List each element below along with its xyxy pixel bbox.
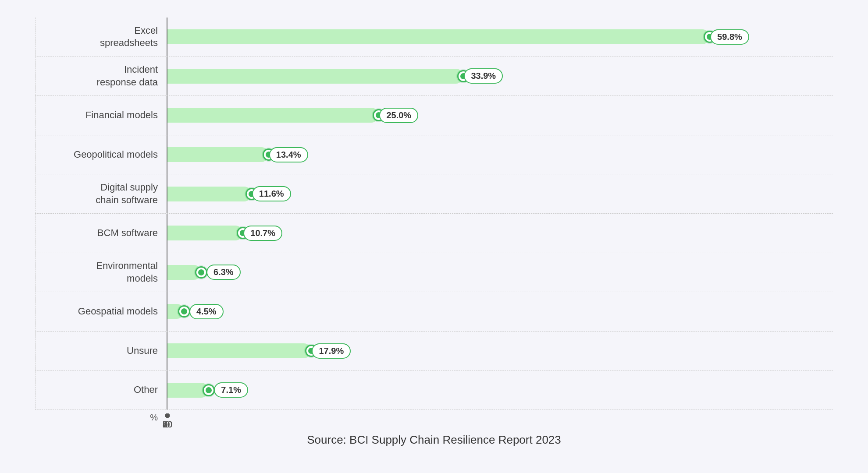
bar-fill: 33.9%: [167, 69, 463, 84]
bar-track: 4.5%: [167, 292, 833, 331]
bar-track: 6.3%: [167, 253, 833, 292]
bar-fill: 25.0%: [167, 108, 379, 123]
bar-label-text: Environmentalmodels: [35, 260, 167, 285]
bar-value-label: 4.5%: [189, 304, 224, 319]
bars-section: Excelspreadsheets59.8%Incidentresponse d…: [35, 18, 833, 410]
bar-value-label: 33.9%: [464, 68, 503, 84]
bar-label-text: Excelspreadsheets: [35, 25, 167, 49]
bar-dot-inner: [198, 269, 204, 275]
bar-fill: 4.5%: [167, 304, 184, 319]
bar-dot-outer: [195, 266, 207, 279]
bar-fill: 6.3%: [167, 265, 201, 280]
bar-row: Digital supplychain software11.6%: [35, 174, 833, 214]
bar-value-label: 17.9%: [312, 343, 351, 359]
bar-fill: 13.4%: [167, 147, 269, 162]
bar-fill: 7.1%: [167, 383, 209, 398]
bar-label-text: Geospatial models: [35, 305, 167, 318]
x-tick-dot: [165, 413, 170, 418]
chart-area: Excelspreadsheets59.8%Incidentresponse d…: [35, 18, 833, 423]
bar-track: 33.9%: [167, 57, 833, 96]
bar-label-text: BCM software: [35, 227, 167, 240]
bar-fill: 59.8%: [167, 29, 710, 44]
bar-row: Excelspreadsheets59.8%: [35, 18, 833, 57]
bar-value-label: 59.8%: [710, 29, 749, 45]
bar-label-text: Financial models: [35, 109, 167, 122]
bar-dot-wrapper: [195, 266, 207, 279]
bar-row: Financial models25.0%: [35, 96, 833, 135]
bar-row: Unsure17.9%: [35, 332, 833, 371]
bar-track: 7.1%: [167, 371, 833, 409]
bar-track: 59.8%: [167, 18, 833, 56]
bar-dot-inner: [206, 387, 212, 393]
bar-row: BCM software10.7%: [35, 214, 833, 253]
x-axis-ticks: 010203040506070: [167, 410, 833, 423]
bar-dot-outer: [178, 305, 190, 318]
bar-value-label: 25.0%: [379, 108, 418, 123]
source-text: Source: BCI Supply Chain Resilience Repo…: [307, 433, 561, 447]
x-axis-section: % 010203040506070: [35, 410, 833, 423]
bar-label-text: Unsure: [35, 345, 167, 357]
x-tick: 70: [163, 413, 172, 430]
bar-label-text: Digital supplychain software: [35, 181, 167, 206]
bar-dot-outer: [203, 384, 215, 396]
bar-dot-wrapper: [178, 305, 190, 318]
bar-row: Environmentalmodels6.3%: [35, 253, 833, 293]
bar-fill: 17.9%: [167, 343, 311, 358]
chart-container: Excelspreadsheets59.8%Incidentresponse d…: [0, 0, 868, 473]
bar-track: 25.0%: [167, 96, 833, 135]
bar-track: 10.7%: [167, 214, 833, 253]
bar-dot-wrapper: [203, 384, 215, 396]
bar-row: Geopolitical models13.4%: [35, 135, 833, 175]
bar-value-label: 7.1%: [214, 382, 248, 398]
bar-value-label: 10.7%: [243, 226, 282, 241]
bar-label-text: Incidentresponse data: [35, 64, 167, 88]
bar-value-label: 6.3%: [206, 265, 241, 280]
bar-value-label: 11.6%: [252, 186, 291, 201]
bar-track: 11.6%: [167, 174, 833, 213]
bar-fill: 10.7%: [167, 226, 243, 240]
bar-track: 13.4%: [167, 135, 833, 174]
bar-track: 17.9%: [167, 332, 833, 371]
bar-label-text: Other: [35, 384, 167, 396]
bar-row: Geospatial models4.5%: [35, 292, 833, 332]
bar-fill: 11.6%: [167, 187, 252, 201]
x-axis-label: %: [35, 410, 167, 423]
bar-row: Incidentresponse data33.9%: [35, 57, 833, 96]
bar-label-text: Geopolitical models: [35, 148, 167, 161]
bar-dot-inner: [181, 308, 187, 314]
bar-value-label: 13.4%: [269, 147, 308, 162]
bar-row: Other7.1%: [35, 371, 833, 410]
x-tick-label: 70: [163, 420, 172, 430]
